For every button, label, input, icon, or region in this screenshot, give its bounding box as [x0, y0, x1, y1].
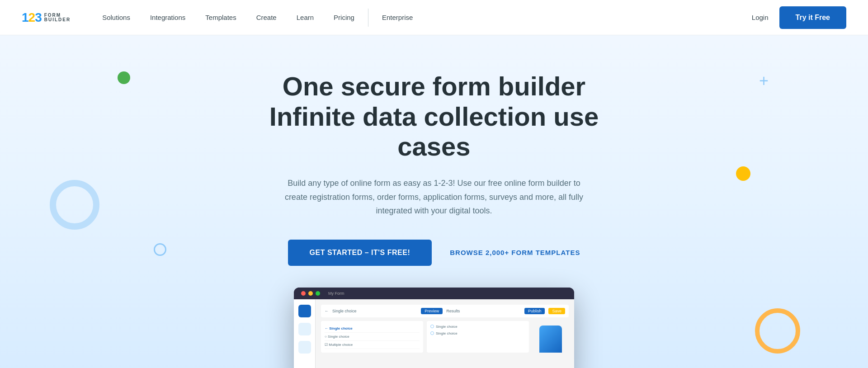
mascot-area: [533, 321, 569, 353]
orange-dot-decoration: [736, 166, 750, 181]
nav-right: Login Try it Free: [752, 6, 846, 29]
window-dot-yellow: [308, 291, 313, 296]
green-dot-decoration: [118, 71, 130, 84]
screenshot-topbar: My Form: [294, 288, 574, 299]
nav-link-solutions[interactable]: Solutions: [92, 0, 140, 35]
nav-link-integrations[interactable]: Integrations: [140, 0, 195, 35]
nav-link-pricing[interactable]: Pricing: [324, 0, 364, 35]
hero-title-line1: One secure form builder: [283, 71, 585, 101]
screenshot-nav-results: Results: [446, 309, 460, 313]
preview-panel: Single choice Single choice: [427, 321, 529, 353]
screenshot-nav-form: Single choice: [332, 309, 357, 313]
preview-choice-2: Single choice: [430, 331, 525, 335]
choice-label-2: Single choice: [436, 331, 458, 335]
logo[interactable]: 123 FORM BUILDER: [22, 10, 71, 25]
sidebar-icon-3: [298, 341, 311, 354]
screenshot-nav-preview: Preview: [421, 308, 443, 314]
logo-builder-text: BUILDER: [44, 18, 71, 22]
hero-subtitle: Build any type of online form as easy as…: [276, 176, 592, 218]
screenshot-frame: My Form ← Single choice Preview Results …: [294, 288, 574, 368]
screenshot-content: ← Single choice ○ Single choice ☑ Multip…: [321, 321, 569, 353]
screenshot-nav-publish: Publish: [524, 308, 545, 314]
blue-circle-decoration: [50, 180, 99, 230]
nav-link-enterprise[interactable]: Enterprise: [372, 0, 423, 35]
screenshot-nav-save: Save: [548, 308, 565, 314]
form-item-1: ← Single choice: [325, 325, 420, 333]
nav-links: Solutions Integrations Templates Create …: [92, 0, 752, 35]
logo-text: FORM BUILDER: [44, 13, 71, 22]
window-dot-red: [301, 291, 306, 296]
login-link[interactable]: Login: [752, 14, 769, 21]
logo-3: 3: [35, 10, 42, 24]
radio-1: [430, 325, 434, 328]
logo-1: 1: [22, 10, 28, 24]
sidebar-icon-1: [298, 305, 311, 317]
radio-2: [430, 331, 434, 335]
screenshot-sidebar: [294, 299, 316, 368]
browse-templates-link[interactable]: BROWSE 2,000+ FORM TEMPLATES: [450, 249, 580, 256]
preview-choice-1: Single choice: [430, 325, 525, 329]
navbar: 123 FORM BUILDER Solutions Integrations …: [0, 0, 868, 35]
logo-2: 2: [28, 10, 35, 24]
form-panel: ← Single choice ○ Single choice ☑ Multip…: [321, 321, 423, 353]
screenshot-topnav: ← Single choice Preview Results Publish …: [321, 305, 569, 317]
nav-divider: [368, 9, 368, 27]
screenshot-body: ← Single choice Preview Results Publish …: [294, 299, 574, 368]
screenshot-main: ← Single choice Preview Results Publish …: [316, 299, 574, 368]
nav-link-create[interactable]: Create: [246, 0, 287, 35]
mascot-figure: [539, 326, 562, 353]
hero-section: + One secure form builder Infinite data …: [0, 35, 868, 368]
screenshot-nav-arrow: ←: [325, 309, 329, 313]
logo-numbers: 123: [22, 10, 42, 25]
hero-title: One secure form builder Infinite data co…: [249, 71, 619, 162]
window-dot-green: [316, 291, 320, 296]
get-started-button[interactable]: GET STARTED – IT'S FREE!: [288, 240, 432, 266]
choice-label-1: Single choice: [436, 325, 458, 329]
orange-ring-decoration: [755, 308, 800, 354]
hero-buttons: GET STARTED – IT'S FREE! BROWSE 2,000+ F…: [249, 240, 619, 266]
logo-form-text: FORM: [44, 13, 71, 18]
try-free-button[interactable]: Try it Free: [779, 6, 846, 29]
sidebar-icon-2: [298, 323, 311, 335]
nav-link-templates[interactable]: Templates: [195, 0, 246, 35]
hero-title-line2: Infinite data collection use cases: [269, 102, 599, 161]
hero-content: One secure form builder Infinite data co…: [249, 71, 619, 266]
screenshot-title: My Form: [328, 291, 344, 296]
nav-link-learn[interactable]: Learn: [287, 0, 324, 35]
small-circle-decoration: [154, 243, 166, 256]
plus-decoration: +: [759, 71, 769, 90]
hero-screenshot: My Form ← Single choice Preview Results …: [294, 288, 574, 368]
form-item-3: ☑ Multiple choice: [325, 341, 420, 349]
form-item-2: ○ Single choice: [325, 333, 420, 341]
